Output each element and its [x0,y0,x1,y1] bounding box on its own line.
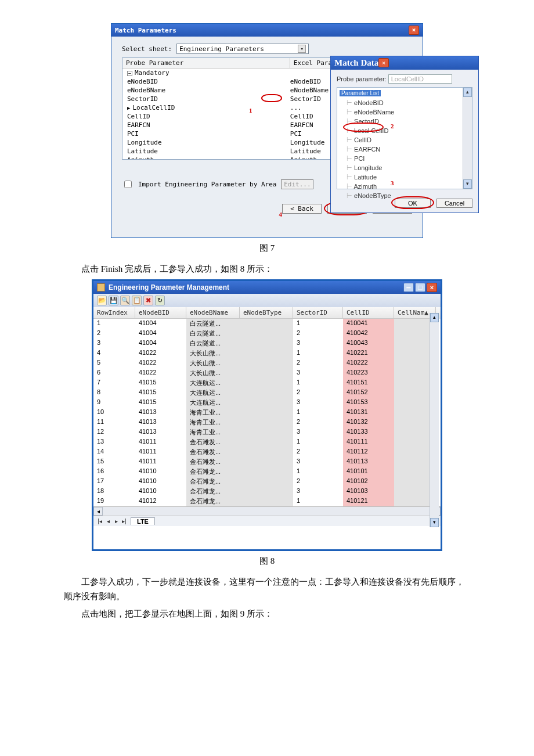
body-text: 点击地图，把工参显示在地图上面，如图 9 所示： [64,607,470,622]
list-item[interactable]: ⊢ Local CellID [347,126,472,135]
probe-param: EARFCN [127,121,150,129]
scroll-up-icon[interactable]: ▴ [463,88,472,97]
close-icon[interactable]: × [427,283,437,292]
table-row[interactable]: 1141013海青工业...2410132 [93,417,441,427]
prev-icon[interactable]: ◂ [104,518,112,524]
delete-icon[interactable]: ✖ [143,296,153,305]
grid-header: RowIndex eNodeBID eNodeBName eNodeBType … [93,307,441,319]
vertical-scrollbar[interactable]: ▴ ▾ [463,88,472,189]
match-parameters-titlebar: Match Parameters × [111,24,423,37]
list-item[interactable]: ⊢ Longitude [347,163,472,172]
scroll-left-icon[interactable]: ◂ [93,507,103,516]
epm-title: Engineering Parameter Management [109,283,229,291]
probe-param: eNodeBName [127,87,165,94]
table-row[interactable]: 1341011金石滩发...1410111 [93,437,441,447]
parameter-list-pane: Parameter List ⊢ eNodeBID⊢ eNodeBName⊢ S… [337,87,472,189]
app-icon [97,283,105,291]
excel-param: eNodeBName [290,87,329,94]
horizontal-scrollbar[interactable]: ◂ ▸ [93,506,441,516]
col-enodebname[interactable]: eNodeBName [186,307,240,319]
table-row[interactable]: 941015大连航运...3410153 [93,398,441,408]
group-mandatory: Mandatory [135,69,169,77]
first-icon[interactable]: |◂ [96,518,104,524]
chevron-down-icon: ▾ [298,45,306,53]
list-item[interactable]: ⊢ Azimuth [347,182,472,191]
match-data-title: Match Data [334,58,378,68]
back-button[interactable]: < Back [282,204,322,214]
table-row[interactable]: 241004白云隧道...2410042 [93,329,441,339]
list-item[interactable]: ⊢ eNodeBName [347,107,472,117]
table-row[interactable]: 641022大长山微...3410223 [93,368,441,378]
table-row[interactable]: 1641010金石滩龙...1410101 [93,467,441,477]
table-row[interactable]: 1841010金石滩龙...3410103 [93,487,441,496]
save-icon[interactable]: 💾 [109,296,118,305]
scroll-down-icon[interactable]: ▾ [463,179,472,189]
list-item[interactable]: ⊢ CellID [347,135,472,145]
copy-icon[interactable]: 📋 [132,296,142,305]
excel-param: PCI [290,130,302,138]
tab-lte[interactable]: LTE [131,517,155,525]
table-row[interactable]: 741015大连航运...1410151 [93,378,441,388]
close-icon[interactable]: × [409,26,419,35]
ok-button[interactable]: OK [395,199,431,208]
table-row[interactable]: 441022大长山微...1410221 [93,348,441,358]
table-row[interactable]: 1441011金石滩发...2410112 [93,447,441,457]
body-text: 点击 Finish 完成后，工参导入成功，如图 8 所示： [64,262,470,277]
close-icon[interactable]: × [378,58,389,67]
excel-param: Latitude [290,147,321,155]
probe-param: Longitude [127,139,162,146]
probe-param: eNodeBID [127,78,158,85]
match-parameters-title: Match Parameters [115,27,176,34]
table-row[interactable]: 1041013海青工业...1410131 [93,408,441,417]
table-row[interactable]: 1541011金石滩发...3410113 [93,457,441,467]
col-rowindex[interactable]: RowIndex [93,307,135,319]
probe-param: Latitude [127,147,158,155]
table-row[interactable]: 1741010金石滩龙...2410102 [93,477,441,487]
minimize-icon[interactable]: ‒ [403,283,414,292]
open-icon[interactable]: 📂 [97,296,107,305]
import-by-area-checkbox[interactable] [124,181,132,188]
table-row[interactable]: 141004白云隧道...1410041 [93,319,441,329]
probe-param: CellID [127,113,150,120]
col-enodebtype[interactable]: eNodeBType [240,307,293,319]
sort-asc-icon: ▲ [424,309,428,316]
probe-param: Azimuth [127,156,154,160]
excel-param: SectorID [290,95,321,103]
col-sectorid[interactable]: SectorID [293,307,343,319]
list-item[interactable]: ⊢ Latitude [347,172,472,182]
list-item[interactable]: ⊢ EARFCN [347,145,472,154]
last-icon[interactable]: ▸| [120,518,128,524]
vertical-scrollbar[interactable]: ▴ ▾ [430,313,439,527]
list-item[interactable]: ⊢ SectorID [347,117,472,126]
excel-param: Longitude [290,139,325,146]
list-item[interactable]: ⊢ eNodeBID [347,98,472,107]
col-enodebid[interactable]: eNodeBID [135,307,186,319]
collapse-icon[interactable]: − [127,71,132,76]
excel-param: Azimuth [290,156,317,160]
col-cellid[interactable]: CellID [343,307,394,319]
match-data-window: Match Data × Probe parameter: LocalCellI… [330,56,479,213]
scroll-down-icon[interactable]: ▾ [430,518,439,527]
next-icon[interactable]: ▸ [112,518,120,524]
body-text: 工参导入成功，下一步就是连接设备，这里有一个注意的一点：工参导入和连接设备没有先… [64,575,470,604]
import-by-area-label: Import Engineering Parameter by Area [138,181,276,188]
excel-param: ... [290,104,302,111]
table-row[interactable]: 541022大长山微...2410222 [93,358,441,368]
list-item[interactable]: ⊢ PCI [347,154,472,163]
select-sheet-dropdown[interactable]: Engineering Parameters ▾ [176,44,309,54]
grid-body: 141004白云隧道...1410041241004白云隧道...2410042… [93,319,441,506]
scroll-up-icon[interactable]: ▴ [430,313,439,322]
find-icon[interactable]: 🔍 [120,296,130,305]
figure-7: Match Parameters × Select sheet: Enginee… [111,23,423,238]
maximize-icon[interactable]: □ [415,283,425,292]
annotation-4: 4 [279,211,283,218]
table-row[interactable]: 1241013海青工业...3410133 [93,427,441,437]
probe-parameter-field[interactable]: LocalCellID [388,74,452,84]
table-row[interactable]: 1941012金石滩龙...1410121 [93,496,441,506]
table-row[interactable]: 341004白云隧道...3410043 [93,339,441,348]
col-probe-parameter: Probe Parameter [122,58,290,68]
refresh-icon[interactable]: ↻ [155,296,165,305]
probe-parameter-label: Probe parameter: [337,75,387,82]
current-row-icon: ▶ [127,105,130,111]
table-row[interactable]: 841015大连航运...2410152 [93,388,441,398]
